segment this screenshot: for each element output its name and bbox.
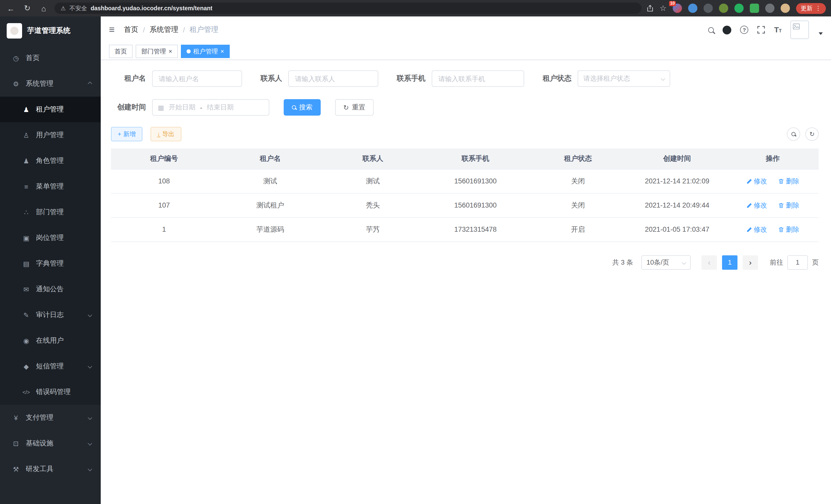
extension-icon[interactable]	[688, 4, 697, 13]
avatar[interactable]	[791, 21, 809, 39]
hamburger-icon[interactable]: ≡	[109, 24, 115, 35]
export-button[interactable]: ↓ 导出	[150, 127, 181, 141]
edit-link[interactable]: 修改	[746, 176, 767, 186]
tenant-table: 租户编号 租户名 联系人 联系手机 租户状态 创建时间 操作 108 测试	[111, 148, 819, 242]
update-label: 更新	[801, 4, 812, 12]
refresh-button[interactable]: ↻	[805, 127, 819, 141]
date-range-picker[interactable]: ▦ 开始日期 - 结束日期	[152, 99, 269, 116]
cell-actions: 修改 删除	[727, 193, 819, 217]
status-select[interactable]: 请选择租户状态	[578, 70, 670, 87]
extension-icon[interactable]: 10	[673, 4, 682, 13]
sidebar-item-tenant-management[interactable]: ♟ 租户管理	[0, 97, 101, 122]
sidebar-item-infrastructure[interactable]: ⊡ 基础设施	[0, 431, 101, 456]
sidebar-item-home[interactable]: ◷ 首页	[0, 45, 101, 71]
reset-button[interactable]: ↻ 重置	[335, 99, 374, 116]
extensions-puzzle-icon[interactable]	[765, 4, 774, 13]
security-warning-icon: ⚠	[61, 5, 66, 11]
sidebar-item-sms-management[interactable]: ◆ 短信管理	[0, 353, 101, 379]
sidebar-item-user-management[interactable]: ♙ 用户管理	[0, 122, 101, 148]
sidebar: 芋道管理系统 ◷ 首页 ⚙ 系统管理 ♟ 租户管理 ♙ 用户管理 ♟ 角色管理	[0, 17, 101, 504]
pencil-icon	[746, 202, 752, 208]
goto-page-input[interactable]	[787, 255, 808, 269]
page-number-1[interactable]: 1	[722, 255, 738, 269]
sidebar-item-audit-log[interactable]: ✎ 审计日志	[0, 302, 101, 328]
bookmark-star-icon[interactable]: ☆	[660, 4, 666, 13]
sidebar-item-label: 角色管理	[36, 156, 64, 166]
close-icon[interactable]: ×	[221, 48, 224, 55]
sidebar-item-devtools[interactable]: ⚒ 研发工具	[0, 456, 101, 482]
tab-home[interactable]: 首页	[109, 45, 133, 58]
sidebar-item-menu-management[interactable]: ≡ 菜单管理	[0, 174, 101, 199]
delete-link[interactable]: 删除	[778, 225, 799, 234]
avatar-dropdown-caret[interactable]	[819, 32, 823, 35]
page-size-select[interactable]: 10条/页	[641, 255, 691, 269]
sidebar-item-role-management[interactable]: ♟ 角色管理	[0, 148, 101, 174]
github-icon[interactable]	[723, 25, 732, 34]
chevron-down-icon	[682, 260, 686, 265]
next-page-button[interactable]: ›	[743, 255, 758, 269]
extension-icon[interactable]	[704, 4, 713, 13]
sidebar-item-label: 支付管理	[26, 413, 53, 422]
cell-phone: 15601691300	[423, 193, 528, 217]
close-icon[interactable]: ×	[169, 48, 172, 55]
browser-back-button[interactable]: ←	[5, 3, 17, 14]
sidebar-item-system-management[interactable]: ⚙ 系统管理	[0, 71, 101, 97]
sidebar-item-post-management[interactable]: ▣ 岗位管理	[0, 225, 101, 251]
show-search-toggle-button[interactable]	[787, 127, 800, 141]
cell-actions: 修改 删除	[727, 217, 819, 241]
delete-link[interactable]: 删除	[778, 201, 799, 210]
message-icon: ✉	[22, 286, 31, 293]
tab-label: 部门管理	[141, 47, 166, 56]
add-button[interactable]: + 新增	[111, 127, 142, 141]
fullscreen-icon[interactable]	[757, 26, 766, 34]
goto-label: 前往	[770, 258, 783, 267]
search-icon[interactable]	[709, 27, 714, 33]
contact-input[interactable]	[288, 70, 378, 87]
tab-tenant-management[interactable]: 租户管理 ×	[181, 45, 230, 58]
sidebar-item-online-users[interactable]: ◉ 在线用户	[0, 328, 101, 353]
sidebar-item-label: 菜单管理	[36, 182, 64, 191]
sidebar-item-dept-management[interactable]: ∴ 部门管理	[0, 199, 101, 225]
prev-page-button[interactable]: ‹	[701, 255, 717, 269]
sidebar-item-label: 在线用户	[36, 336, 64, 345]
chevron-up-icon	[88, 82, 92, 86]
extension-icon[interactable]	[735, 4, 744, 13]
gear-icon: ⚙	[11, 80, 21, 88]
book-icon: ▤	[22, 260, 31, 267]
sidebar-item-notice[interactable]: ✉ 通知公告	[0, 276, 101, 302]
tenant-name-input[interactable]	[152, 70, 242, 87]
edit-link[interactable]: 修改	[746, 225, 767, 234]
cell-phone: 15601691300	[423, 169, 528, 193]
edit-link[interactable]: 修改	[746, 201, 767, 210]
browser-reload-button[interactable]: ↻	[22, 3, 33, 14]
share-icon[interactable]	[646, 5, 654, 12]
sidebar-logo[interactable]: 芋道管理系统	[0, 17, 101, 45]
chevron-down-icon	[88, 441, 92, 446]
status-select-placeholder: 请选择租户状态	[583, 74, 630, 83]
search-button[interactable]: 搜索	[284, 99, 321, 116]
extension-icon[interactable]	[750, 4, 759, 13]
sidebar-item-error-code[interactable]: </> 错误码管理	[0, 379, 101, 405]
phone-input[interactable]	[432, 70, 524, 87]
help-icon[interactable]: ?	[740, 26, 748, 34]
log-edit-icon: ✎	[22, 311, 31, 319]
delete-link[interactable]: 删除	[778, 176, 799, 186]
signal-icon: ◉	[22, 337, 31, 345]
browser-profile-avatar[interactable]	[781, 4, 790, 13]
security-warning-label[interactable]: 不安全	[69, 4, 87, 12]
viewport: ← ↻ ⌂ ⚠ 不安全 dashboard.yudao.iocoder.cn/s…	[0, 0, 831, 504]
browser-menu-kebab-icon[interactable]: ⋮	[815, 5, 821, 12]
browser-home-button[interactable]: ⌂	[38, 3, 49, 14]
breadcrumb-home[interactable]: 首页	[124, 25, 138, 34]
extension-icon[interactable]	[719, 4, 728, 13]
sidebar-item-dict-management[interactable]: ▤ 字典管理	[0, 251, 101, 276]
navbar-tools: ? TT	[709, 21, 823, 39]
col-created: 创建时间	[628, 148, 727, 169]
address-bar[interactable]: ⚠ 不安全 dashboard.yudao.iocoder.cn/system/…	[55, 3, 641, 14]
cell-tenant-name: 芋道源码	[217, 217, 323, 241]
font-size-icon[interactable]: TT	[774, 25, 782, 34]
tab-dept-management[interactable]: 部门管理 ×	[136, 45, 178, 58]
breadcrumb-system[interactable]: 系统管理	[149, 25, 178, 34]
sidebar-item-payment[interactable]: ¥ 支付管理	[0, 405, 101, 431]
browser-update-button[interactable]: 更新 ⋮	[796, 3, 826, 13]
